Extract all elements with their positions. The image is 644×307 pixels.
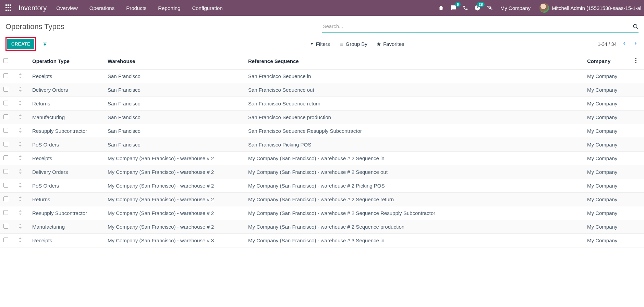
drag-handle-icon[interactable] [19, 210, 22, 216]
drag-handle-icon[interactable] [19, 155, 22, 161]
row-checkbox[interactable] [3, 101, 8, 105]
row-checkbox[interactable] [3, 87, 8, 92]
cell-operation-type: Receipts [29, 152, 104, 165]
table-row[interactable]: Delivery OrdersMy Company (San Francisco… [0, 165, 644, 179]
menu-products[interactable]: Products [126, 5, 146, 11]
table-row[interactable]: ManufacturingMy Company (San Francisco) … [0, 220, 644, 234]
cell-warehouse: My Company (San Francisco) - warehouse #… [104, 206, 245, 220]
cell-company: My Company [584, 138, 632, 152]
drag-handle-icon[interactable] [19, 101, 22, 106]
cell-company: My Company [584, 165, 632, 179]
cell-operation-type: Resupply Subcontractor [29, 206, 104, 220]
activity-button[interactable]: 28 [474, 5, 481, 11]
row-checkbox[interactable] [3, 155, 8, 160]
table-row[interactable]: ReturnsSan FranciscoSan Francisco Sequen… [0, 97, 644, 111]
cell-company: My Company [584, 97, 632, 111]
drag-handle-icon[interactable] [19, 196, 22, 202]
bug-icon[interactable] [438, 5, 444, 11]
table-row[interactable]: ManufacturingSan FranciscoSan Francisco … [0, 111, 644, 124]
favorites-button[interactable]: Favorites [376, 41, 404, 47]
company-selector[interactable]: My Company [500, 5, 531, 11]
phone-icon[interactable] [463, 5, 468, 11]
pager-prev[interactable] [621, 41, 628, 47]
pager[interactable]: 1-34 / 34 [598, 41, 617, 47]
svg-point-2 [635, 60, 636, 61]
row-checkbox[interactable] [3, 196, 8, 201]
cell-warehouse: San Francisco [104, 111, 245, 124]
row-checkbox[interactable] [3, 238, 8, 242]
table-row[interactable]: ReceiptsMy Company (San Francisco) - war… [0, 152, 644, 165]
table-row[interactable]: ReceiptsSan FranciscoSan Francisco Seque… [0, 69, 644, 83]
cell-reference-seq: San Francisco Sequence out [245, 83, 584, 97]
table-row[interactable]: Delivery OrdersSan FranciscoSan Francisc… [0, 83, 644, 97]
drag-handle-icon[interactable] [19, 114, 22, 120]
row-checkbox[interactable] [3, 114, 8, 119]
columns-menu-icon[interactable] [635, 59, 636, 64]
col-warehouse[interactable]: Warehouse [104, 53, 245, 69]
table-row[interactable]: ReturnsMy Company (San Francisco) - ware… [0, 193, 644, 206]
search-input[interactable] [322, 21, 633, 31]
drag-handle-icon[interactable] [19, 238, 22, 243]
app-brand[interactable]: Inventory [19, 4, 47, 12]
drag-handle-icon[interactable] [19, 224, 22, 230]
cell-reference-seq: My Company (San Francisco) - warehouse #… [245, 220, 584, 234]
row-checkbox[interactable] [3, 73, 8, 78]
drag-handle-icon[interactable] [19, 183, 22, 189]
pager-next[interactable] [632, 41, 639, 47]
cell-operation-type: Returns [29, 193, 104, 206]
select-all-checkbox[interactable] [3, 58, 8, 63]
cell-reference-seq: My Company (San Francisco) - warehouse #… [245, 152, 584, 165]
table-row[interactable]: Resupply SubcontractorSan FranciscoSan F… [0, 124, 644, 138]
avatar [539, 3, 549, 13]
cell-reference-seq: San Francisco Sequence Resupply Subcontr… [245, 124, 584, 138]
drag-handle-icon[interactable] [19, 169, 22, 175]
row-checkbox[interactable] [3, 210, 8, 215]
cell-operation-type: Returns [29, 97, 104, 111]
cell-reference-seq: My Company (San Francisco) - warehouse #… [245, 179, 584, 193]
table-row[interactable]: PoS OrdersSan FranciscoSan Francisco Pic… [0, 138, 644, 152]
export-icon[interactable] [42, 41, 48, 47]
filters-button[interactable]: Filters [310, 41, 330, 47]
search-bar[interactable] [322, 21, 639, 33]
row-checkbox[interactable] [3, 169, 8, 174]
cell-warehouse: My Company (San Francisco) - warehouse #… [104, 193, 245, 206]
row-checkbox[interactable] [3, 128, 8, 133]
drag-handle-icon[interactable] [19, 87, 22, 93]
user-menu[interactable]: Mitchell Admin (15531538-saas-15-1-al [539, 3, 641, 13]
col-reference-seq[interactable]: Reference Sequence [245, 53, 584, 69]
menu-overview[interactable]: Overview [56, 5, 78, 11]
cell-reference-seq: San Francisco Sequence production [245, 111, 584, 124]
cell-company: My Company [584, 193, 632, 206]
cell-company: My Company [584, 220, 632, 234]
table-row[interactable]: Resupply SubcontractorMy Company (San Fr… [0, 206, 644, 220]
tools-icon[interactable] [487, 5, 493, 11]
cell-warehouse: My Company (San Francisco) - warehouse #… [104, 152, 245, 165]
create-highlight: CREATE [5, 37, 36, 51]
cell-warehouse: San Francisco [104, 124, 245, 138]
top-navbar: Inventory Overview Operations Products R… [0, 0, 644, 16]
row-checkbox[interactable] [3, 183, 8, 188]
menu-reporting[interactable]: Reporting [158, 5, 180, 11]
apps-icon[interactable] [5, 4, 12, 11]
drag-handle-icon[interactable] [19, 73, 22, 79]
drag-handle-icon[interactable] [19, 128, 22, 134]
table-row[interactable]: ReceiptsMy Company (San Francisco) - war… [0, 234, 644, 247]
chat-badge: 6 [455, 2, 461, 7]
table-row[interactable]: PoS OrdersMy Company (San Francisco) - w… [0, 179, 644, 193]
menu-configuration[interactable]: Configuration [192, 5, 222, 11]
cell-reference-seq: My Company (San Francisco) - warehouse #… [245, 193, 584, 206]
col-operation-type[interactable]: Operation Type [29, 53, 104, 69]
row-checkbox[interactable] [3, 224, 8, 229]
create-button[interactable]: CREATE [7, 39, 34, 49]
row-checkbox[interactable] [3, 142, 8, 146]
search-icon[interactable] [632, 23, 639, 29]
activity-badge: 28 [477, 2, 484, 7]
group-by-button[interactable]: Group By [339, 41, 367, 47]
page-title: Operations Types [5, 22, 64, 31]
group-icon [339, 42, 344, 46]
systray: 6 28 My Company Mitchell Admin (15531538… [438, 3, 641, 13]
drag-handle-icon[interactable] [19, 142, 22, 148]
discuss-button[interactable]: 6 [450, 5, 457, 11]
menu-operations[interactable]: Operations [89, 5, 114, 11]
col-company[interactable]: Company [584, 53, 632, 69]
